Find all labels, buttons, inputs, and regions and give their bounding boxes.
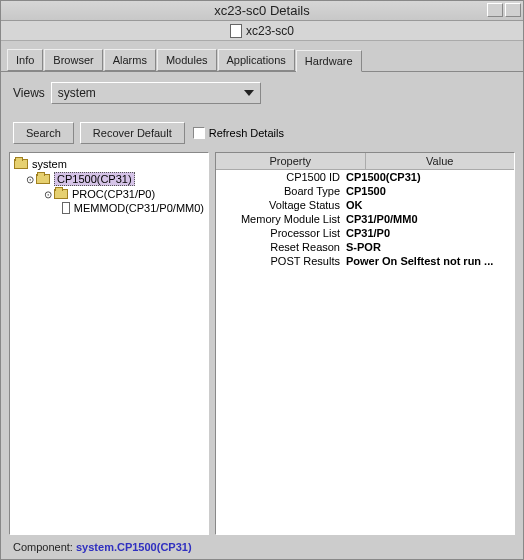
column-property[interactable]: Property [216,153,366,169]
column-value[interactable]: Value [366,153,515,169]
views-select[interactable]: system [51,82,261,104]
detail-key: Reset Reason [216,241,346,253]
maximize-button[interactable] [505,3,521,17]
detail-key: POST Results [216,255,346,267]
search-button[interactable]: Search [13,122,74,144]
detail-value: S-POR [346,241,514,253]
detail-key: Memory Module List [216,213,346,225]
views-label: Views [13,86,45,100]
tab-alarms[interactable]: Alarms [104,49,156,71]
detail-key: Voltage Status [216,199,346,211]
detail-row: Reset Reason S-POR [216,240,514,254]
detail-pane: Property Value CP1500 ID CP1500(CP31) Bo… [215,152,515,535]
tab-hardware[interactable]: Hardware [296,50,362,72]
minimize-button[interactable] [487,3,503,17]
detail-value: OK [346,199,514,211]
detail-value: CP1500 [346,185,514,197]
folder-icon [14,159,28,169]
views-selected: system [58,86,96,100]
refresh-label: Refresh Details [209,127,284,139]
document-icon [230,24,242,38]
folder-icon [54,189,68,199]
detail-key: Board Type [216,185,346,197]
hardware-panel: Views system Search Recover Default Refr… [1,72,523,559]
tree-node-memmod[interactable]: MEMMOD(CP31/P0/MM0) [14,201,204,215]
views-row: Views system [9,72,515,118]
chevron-down-icon [244,90,254,96]
subtitle: xc23-sc0 [246,24,294,38]
checkbox-icon [193,127,205,139]
refresh-checkbox[interactable]: Refresh Details [193,127,284,139]
subtitlebar: xc23-sc0 [1,21,523,41]
tree-toggle-icon[interactable]: ⊙ [26,174,34,185]
tab-applications[interactable]: Applications [218,49,295,71]
tab-bar: Info Browser Alarms Modules Applications… [1,41,523,72]
window-title: xc23-sc0 Details [214,3,309,18]
titlebar-controls [487,3,521,17]
detail-value: Power On Selftest not run ... [346,255,514,267]
detail-key: CP1500 ID [216,171,346,183]
detail-header: Property Value [216,153,514,170]
file-icon [62,202,70,214]
detail-value: CP31/P0 [346,227,514,239]
detail-value: CP31/P0/MM0 [346,213,514,225]
tree-pane[interactable]: system ⊙ CP1500(CP31) ⊙ PROC(CP31/P0) ME… [9,152,209,535]
detail-row: Memory Module List CP31/P0/MM0 [216,212,514,226]
details-window: xc23-sc0 Details xc23-sc0 Info Browser A… [0,0,524,560]
tab-browser[interactable]: Browser [44,49,102,71]
detail-value: CP1500(CP31) [346,171,514,183]
tree-label: CP1500(CP31) [54,172,135,186]
split-pane: system ⊙ CP1500(CP31) ⊙ PROC(CP31/P0) ME… [9,152,515,535]
tree-node-cp1500[interactable]: ⊙ CP1500(CP31) [14,171,204,187]
toolbar: Search Recover Default Refresh Details [9,118,515,152]
component-footer: Component: system.CP1500(CP31) [9,535,515,553]
recover-default-button[interactable]: Recover Default [80,122,185,144]
detail-row: CP1500 ID CP1500(CP31) [216,170,514,184]
folder-icon [36,174,50,184]
tree-node-system[interactable]: system [14,157,204,171]
tree-label: PROC(CP31/P0) [72,188,155,200]
component-path: system.CP1500(CP31) [76,541,192,553]
tree-label: system [32,158,67,170]
detail-row: Processor List CP31/P0 [216,226,514,240]
component-label: Component: [13,541,73,553]
tree-node-proc[interactable]: ⊙ PROC(CP31/P0) [14,187,204,201]
tree-label: MEMMOD(CP31/P0/MM0) [74,202,204,214]
tree-toggle-icon[interactable]: ⊙ [44,189,52,200]
tab-modules[interactable]: Modules [157,49,217,71]
detail-row: POST Results Power On Selftest not run .… [216,254,514,268]
detail-row: Board Type CP1500 [216,184,514,198]
tab-info[interactable]: Info [7,49,43,71]
detail-row: Voltage Status OK [216,198,514,212]
detail-key: Processor List [216,227,346,239]
titlebar: xc23-sc0 Details [1,1,523,21]
